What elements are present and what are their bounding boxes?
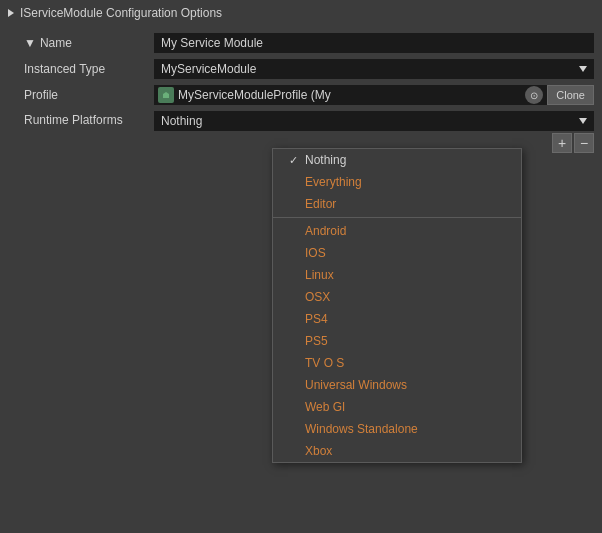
plus-button[interactable]: + — [552, 133, 572, 153]
dropdown-item-editor[interactable]: Editor — [273, 193, 521, 215]
panel-content: ▼Name Instanced Type MyServiceModule Pro… — [0, 26, 602, 162]
item-label-webgl: Web Gl — [305, 400, 345, 414]
dropdown-arrow-icon — [579, 66, 587, 72]
item-label-ps4: PS4 — [305, 312, 328, 326]
name-label: ▼Name — [24, 36, 154, 50]
panel-title: IServiceModule Configuration Options — [20, 6, 222, 20]
item-label-tvos: TV O S — [305, 356, 344, 370]
dropdown-item-windows-standalone[interactable]: Windows Standalone — [273, 418, 521, 440]
dropdown-item-ps5[interactable]: PS5 — [273, 330, 521, 352]
minus-button[interactable]: − — [574, 133, 594, 153]
item-label-android: Android — [305, 224, 346, 238]
profile-circle-btn[interactable]: ⊙ — [525, 86, 543, 104]
dropdown-item-universal-windows[interactable]: Universal Windows — [273, 374, 521, 396]
instanced-type-row: Instanced Type MyServiceModule — [0, 56, 602, 82]
dropdown-item-webgl[interactable]: Web Gl — [273, 396, 521, 418]
clone-button[interactable]: Clone — [547, 85, 594, 105]
profile-text: MyServiceModuleProfile (My — [178, 88, 521, 102]
dropdown-item-ps4[interactable]: PS4 — [273, 308, 521, 330]
instanced-type-text: MyServiceModule — [161, 62, 256, 76]
dropdown-item-tvos[interactable]: TV O S — [273, 352, 521, 374]
runtime-dropdown-arrow-icon — [579, 118, 587, 124]
item-label-ios: IOS — [305, 246, 326, 260]
name-value — [154, 33, 594, 53]
instanced-type-label: Instanced Type — [24, 62, 154, 76]
runtime-platforms-label: Runtime Platforms — [24, 111, 154, 127]
item-label-editor: Editor — [305, 197, 336, 211]
item-label-nothing: Nothing — [305, 153, 346, 167]
dropdown-item-ios[interactable]: IOS — [273, 242, 521, 264]
dropdown-item-nothing[interactable]: ✓ Nothing — [273, 149, 521, 171]
checkmark-icon: ✓ — [289, 154, 299, 167]
runtime-platforms-text: Nothing — [161, 114, 202, 128]
item-label-ps5: PS5 — [305, 334, 328, 348]
profile-label: Profile — [24, 88, 154, 102]
profile-icon — [158, 87, 174, 103]
runtime-platforms-dropdown[interactable]: Nothing — [154, 111, 594, 131]
dropdown-separator — [273, 217, 521, 218]
dropdown-item-everything[interactable]: Everything — [273, 171, 521, 193]
panel-header: IServiceModule Configuration Options — [0, 0, 602, 26]
item-label-xbox: Xbox — [305, 444, 332, 458]
item-label-linux: Linux — [305, 268, 334, 282]
dropdown-menu: ✓ Nothing Everything Editor Android IOS … — [272, 148, 522, 463]
panel: IServiceModule Configuration Options ▼Na… — [0, 0, 602, 533]
name-input[interactable] — [154, 33, 594, 53]
item-label-osx: OSX — [305, 290, 330, 304]
dropdown-item-linux[interactable]: Linux — [273, 264, 521, 286]
item-label-universal-windows: Universal Windows — [305, 378, 407, 392]
item-label-everything: Everything — [305, 175, 362, 189]
dropdown-item-android[interactable]: Android — [273, 220, 521, 242]
name-row: ▼Name — [0, 30, 602, 56]
item-label-windows-standalone: Windows Standalone — [305, 422, 418, 436]
dropdown-item-xbox[interactable]: Xbox — [273, 440, 521, 462]
dropdown-item-osx[interactable]: OSX — [273, 286, 521, 308]
profile-row: Profile MyServiceModuleProfile (My ⊙ Clo… — [0, 82, 602, 108]
collapse-icon[interactable] — [8, 9, 14, 17]
instanced-type-dropdown[interactable]: MyServiceModule — [154, 59, 594, 79]
instanced-type-value: MyServiceModule — [154, 59, 594, 79]
profile-value: MyServiceModuleProfile (My ⊙ Clone — [154, 85, 594, 105]
profile-input-container: MyServiceModuleProfile (My ⊙ — [154, 85, 547, 105]
